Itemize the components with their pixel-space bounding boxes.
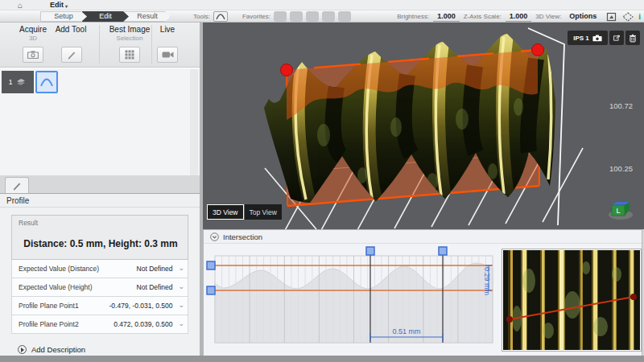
brightness-value[interactable]: 1.000 (433, 12, 460, 22)
layer-number: 1 (9, 78, 13, 86)
row-value: -0.479, -0.031, 0.500 (109, 302, 173, 310)
layer-item-1[interactable]: 1 (2, 71, 34, 93)
row-expected-distance[interactable]: Expected Value (Distance) Not Defined ⌄ (11, 260, 188, 278)
row-plane-point1[interactable]: Profile Plane Point1 -0.479, -0.031, 0.5… (11, 297, 188, 315)
row-value: Not Defined (137, 283, 173, 291)
upper-line-handle[interactable] (207, 261, 215, 269)
add-description-button[interactable]: Add Description (18, 345, 85, 354)
profile-tool-tile-selected[interactable] (35, 71, 58, 93)
tools-label: Tools: (193, 13, 210, 20)
favorite-slot-5[interactable] (338, 11, 351, 22)
ribbon-toolbar: Setup Edit Result Tools: Favorites: Brig… (0, 10, 644, 23)
fit-view-button[interactable] (605, 11, 617, 22)
favorite-slot-3[interactable] (306, 11, 319, 22)
best-image-title: Best Image (109, 25, 151, 34)
home-icon[interactable]: ⌂ (18, 1, 23, 10)
favorite-slot-2[interactable] (290, 11, 303, 22)
z-axis-label-lower: 100.25 (609, 164, 633, 173)
distance-label: 0.51 mm (392, 327, 420, 335)
add-description-label: Add Description (31, 345, 85, 354)
profile-curve-icon (40, 77, 53, 87)
profile-endpoint-handle-right[interactable] (532, 44, 544, 56)
left-measure-handle[interactable] (366, 247, 374, 255)
profile-endpoint-handle-left[interactable] (281, 64, 293, 76)
profile-endpoint-2d-left[interactable] (506, 316, 513, 323)
height-label: 0.29 mm (483, 267, 491, 295)
list-scrollbar[interactable] (190, 69, 198, 175)
intersection-chart[interactable]: 0.51 mm 0.29 mm (205, 246, 498, 352)
trash-icon (630, 34, 636, 43)
microscope-image-svg (503, 250, 640, 350)
ips-snapshot-button[interactable]: IPS 1 (568, 31, 608, 45)
result-group: Result Distance: 0.5 mm, Height: 0.3 mm (11, 215, 188, 260)
favorite-slot-4[interactable] (322, 11, 335, 22)
view-top-button[interactable]: Top View (245, 204, 282, 220)
tab-setup[interactable]: Setup (40, 11, 87, 22)
result-label: Result (19, 219, 38, 227)
row-label: Expected Value (Height) (19, 283, 137, 291)
edit-export-icon (613, 34, 620, 43)
profile-panel: Profile Result Distance: 0.5 mm, Height:… (0, 193, 200, 356)
camera-icon (592, 35, 602, 42)
edit-tab-row (0, 175, 200, 193)
chevron-down-icon: ▾ (65, 3, 68, 9)
chevron-down-icon[interactable]: ⌄ (178, 301, 184, 309)
row-expected-height[interactable]: Expected Value (Height) Not Defined ⌄ (11, 278, 188, 297)
best-image-subtitle: Selection (117, 35, 143, 42)
view3d-options-button[interactable]: Options (565, 12, 601, 21)
expand-circle-icon (18, 345, 27, 354)
video-camera-icon (162, 51, 174, 59)
acquire-toolbar: Acquire 3D Add Tool Best Image Selection (0, 23, 200, 68)
favorite-slot-1[interactable] (274, 11, 287, 22)
row-label: Profile Plane Point2 (19, 320, 114, 328)
tab-edit[interactable]: Edit (82, 11, 129, 22)
view-mode-buttons: 3D View Top View (207, 204, 282, 220)
add-tool-button[interactable] (61, 47, 82, 63)
zaxis-scale-label: Z-Axis Scale: (464, 13, 502, 20)
live-title: Live (160, 25, 175, 34)
row-value: 0.472, 0.039, 0.500 (114, 320, 172, 328)
export-edit-button[interactable] (609, 31, 624, 45)
intersection-header: Intersection (204, 230, 642, 244)
right-measure-handle[interactable] (439, 247, 447, 255)
live-button[interactable] (157, 47, 178, 63)
acquire-3d-button[interactable] (23, 47, 43, 63)
surface-3d-scene: L (203, 23, 644, 229)
edit-menu-label: Edit (50, 1, 64, 9)
intersection-title: Intersection (223, 232, 262, 241)
menu-bar: ⌂ Edit ▾ (0, 0, 644, 10)
left-panel: Acquire 3D Add Tool Best Image Selection (0, 23, 200, 356)
best-image-selection-button[interactable] (119, 47, 140, 63)
surface-layers-icon (15, 77, 27, 87)
grid-icon (125, 50, 134, 60)
zaxis-scale-value[interactable]: 1.000 (506, 12, 532, 22)
delete-button[interactable] (625, 31, 640, 45)
pencil-icon (67, 50, 76, 60)
microscope-image (502, 249, 641, 351)
tab-result[interactable]: Result (124, 11, 171, 22)
ips-label: IPS 1 (573, 35, 589, 42)
info-icon[interactable]: i (638, 12, 641, 21)
chevron-down-icon[interactable]: ⌄ (178, 319, 184, 327)
edit-menu[interactable]: Edit ▾ (50, 1, 68, 9)
row-plane-point2[interactable]: Profile Plane Point2 0.472, 0.039, 0.500… (11, 315, 188, 334)
view-3d-button[interactable]: 3D View (207, 204, 244, 220)
viewport-3d[interactable]: L IPS 1 (203, 23, 644, 229)
edit-annotation-tab[interactable] (5, 177, 29, 193)
chevron-down-icon[interactable]: ⌄ (178, 282, 184, 290)
profile-chart-svg: 0.51 mm 0.29 mm (205, 246, 498, 352)
chevron-down-icon[interactable]: ⌄ (178, 264, 184, 272)
diamond-icon (622, 12, 634, 22)
profile-endpoint-2d-right[interactable] (630, 294, 637, 300)
add-tool-title: Add Tool (56, 25, 87, 34)
view3d-label: 3D View: (535, 13, 561, 20)
lower-line-handle[interactable] (207, 286, 215, 294)
intersection-panel: Intersection (203, 229, 642, 356)
collapse-icon[interactable] (210, 232, 219, 241)
plane-select-button[interactable] (621, 11, 634, 22)
frame-icon (606, 12, 617, 22)
row-label: Expected Value (Distance) (19, 265, 137, 273)
profile-tool-button[interactable] (213, 11, 228, 22)
camera-icon (27, 51, 39, 59)
row-label: Profile Plane Point1 (19, 302, 109, 310)
